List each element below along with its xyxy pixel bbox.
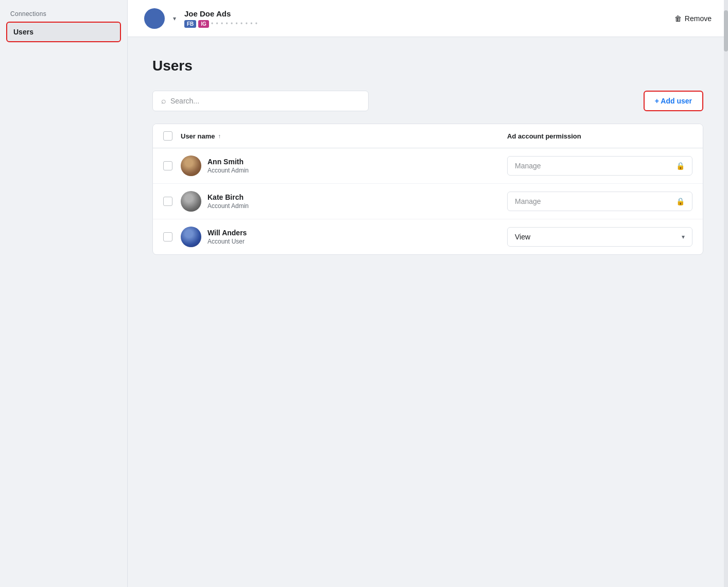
permission-locked-kate: Manage 🔒: [507, 192, 692, 211]
table-header: User name ↑ Ad account permission: [153, 124, 703, 148]
add-user-button[interactable]: + Add user: [644, 91, 703, 111]
lock-icon-ann: 🔒: [676, 162, 685, 170]
connections-label: Connections: [6, 10, 121, 18]
user-info-ann: Ann Smith Account Admin: [207, 158, 507, 174]
avatar-will: [181, 227, 201, 247]
user-role-will: Account User: [207, 238, 507, 245]
sidebar-item-users[interactable]: Users: [6, 22, 121, 42]
trash-icon: 🗑: [674, 14, 682, 23]
ig-badge: IG: [198, 20, 209, 28]
account-dropdown-button[interactable]: ▾: [171, 13, 178, 24]
row-checkbox-ann[interactable]: [163, 161, 172, 170]
user-info-kate: Kate Birch Account Admin: [207, 193, 507, 210]
sort-icon[interactable]: ↑: [218, 133, 221, 139]
permission-cell-ann: Manage 🔒: [507, 156, 692, 176]
permission-locked-ann: Manage 🔒: [507, 156, 692, 176]
col-permission-header: Ad account permission: [507, 132, 692, 140]
user-name-will: Will Anders: [207, 229, 507, 237]
avatar-ann: [181, 156, 201, 176]
main-content: ▾ Joe Doe Ads FB IG • • • • • • • • • • …: [128, 0, 728, 587]
row-checkbox-kate[interactable]: [163, 197, 172, 206]
fb-badge: FB: [184, 20, 196, 28]
user-role-ann: Account Admin: [207, 167, 507, 174]
users-table: User name ↑ Ad account permission Ann Sm…: [152, 124, 703, 255]
avatar-kate: [181, 191, 201, 212]
row-checkbox-will[interactable]: [163, 232, 172, 241]
table-row: Ann Smith Account Admin Manage 🔒: [153, 148, 703, 184]
search-input[interactable]: [170, 97, 360, 105]
account-info: Joe Doe Ads FB IG • • • • • • • • • •: [184, 9, 258, 28]
permission-value-ann: Manage: [515, 162, 541, 170]
table-row: Will Anders Account User View ▾: [153, 219, 703, 254]
sidebar-item-users-label: Users: [13, 28, 33, 36]
account-badges: FB IG • • • • • • • • • •: [184, 20, 258, 28]
search-box[interactable]: ⌕: [152, 91, 369, 111]
user-info-will: Will Anders Account User: [207, 229, 507, 245]
header-bar: ▾ Joe Doe Ads FB IG • • • • • • • • • • …: [128, 0, 728, 37]
user-name-kate: Kate Birch: [207, 193, 507, 201]
add-user-label: + Add user: [655, 97, 692, 105]
avatar: [144, 8, 165, 29]
account-id: • • • • • • • • • •: [211, 20, 258, 27]
scrollbar-thumb[interactable]: [724, 10, 728, 51]
chevron-down-icon: ▾: [682, 233, 685, 240]
permission-value-kate: Manage: [515, 197, 541, 205]
header-left: ▾ Joe Doe Ads FB IG • • • • • • • • • •: [144, 8, 258, 29]
permission-cell-kate: Manage 🔒: [507, 192, 692, 211]
app-container: Connections Users ▾ Joe Doe Ads FB IG • …: [0, 0, 728, 587]
user-name-ann: Ann Smith: [207, 158, 507, 166]
permission-cell-will: View ▾: [507, 227, 692, 247]
select-all-checkbox[interactable]: [163, 131, 172, 141]
table-row: Kate Birch Account Admin Manage 🔒: [153, 184, 703, 219]
col-username-header: User name ↑: [181, 132, 507, 140]
user-role-kate: Account Admin: [207, 202, 507, 210]
scrollbar-track[interactable]: [724, 0, 728, 587]
search-icon: ⌕: [161, 96, 166, 106]
lock-icon-kate: 🔒: [676, 197, 685, 205]
remove-label: Remove: [685, 14, 712, 23]
toolbar: ⌕ + Add user: [152, 91, 703, 111]
account-name: Joe Doe Ads: [184, 9, 258, 18]
col-username-label: User name: [181, 132, 215, 140]
page-title: Users: [152, 58, 703, 74]
permission-value-will: View: [515, 233, 530, 241]
sidebar: Connections Users: [0, 0, 128, 587]
page-content: Users ⌕ + Add user: [128, 37, 728, 587]
permission-select-will[interactable]: View ▾: [507, 227, 692, 247]
remove-button[interactable]: 🗑 Remove: [674, 14, 712, 23]
